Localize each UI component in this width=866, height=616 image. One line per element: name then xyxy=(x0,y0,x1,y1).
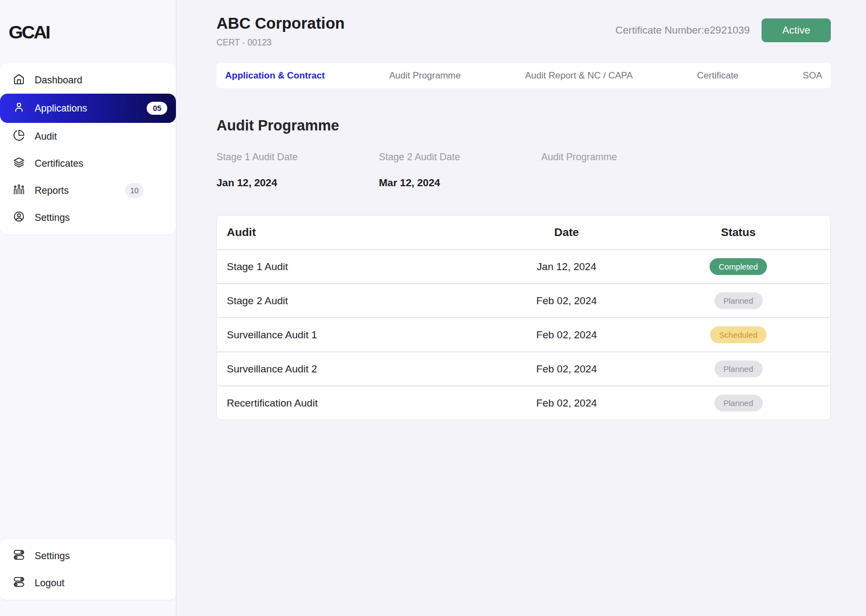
reports-count-badge: 10 xyxy=(125,183,143,198)
sidebar-item-label: Settings xyxy=(35,212,70,224)
sidebar-item-label: Applications xyxy=(35,103,87,114)
audit-table: Audit Date Status Stage 1 Audit Jan 12, … xyxy=(216,215,831,420)
field-label: Stage 1 Audit Date xyxy=(216,152,379,163)
status-badge: Planned xyxy=(714,292,763,309)
user-circle-icon xyxy=(13,211,25,225)
status-badge: Completed xyxy=(710,258,767,275)
audit-name: Recertification Audit xyxy=(217,397,487,409)
title-block: ABC Corporation CERT - 00123 xyxy=(216,14,345,48)
pie-chart-icon xyxy=(13,129,25,144)
sidebar-footer-settings[interactable]: Settings xyxy=(0,542,176,569)
tab-bar: Application & Contract Audit Programme A… xyxy=(216,63,831,88)
table-row[interactable]: Surveillance Audit 2 Feb 02, 2024 Planne… xyxy=(217,351,830,385)
field-label: Audit Programme xyxy=(541,152,704,163)
sidebar-item-label: Dashboard xyxy=(35,75,82,86)
field-stage2-audit-date: Stage 2 Audit Date Mar 12, 2024 xyxy=(379,152,541,189)
toggles-icon xyxy=(13,576,25,591)
sidebar: GCAI Dashboard Applications 05 Audit xyxy=(0,0,176,616)
audit-date: Feb 02, 2024 xyxy=(487,397,647,409)
audit-date: Feb 02, 2024 xyxy=(487,363,647,375)
status-badge: Scheduled xyxy=(710,326,767,343)
column-header-status: Status xyxy=(646,226,830,239)
sidebar-item-label: Reports xyxy=(35,185,69,196)
table-row[interactable]: Stage 1 Audit Jan 12, 2024 Completed xyxy=(217,249,830,283)
field-stage1-audit-date: Stage 1 Audit Date Jan 12, 2024 xyxy=(216,152,379,189)
sidebar-item-dashboard[interactable]: Dashboard xyxy=(0,67,176,94)
page-header: ABC Corporation CERT - 00123 Certificate… xyxy=(216,14,831,48)
user-icon xyxy=(13,101,25,116)
table-row[interactable]: Stage 2 Audit Feb 02, 2024 Planned xyxy=(217,283,830,317)
sidebar-item-label: Certificates xyxy=(35,158,83,169)
status-badge: Planned xyxy=(714,395,763,411)
toggles-icon xyxy=(13,549,25,563)
table-row[interactable]: Surveillance Audit 1 Feb 02, 2024 Schedu… xyxy=(217,317,830,351)
audit-name: Stage 2 Audit xyxy=(217,295,487,307)
certificate-number: Certificate Number:e2921039 xyxy=(615,24,750,36)
sidebar-item-settings[interactable]: Settings xyxy=(0,204,176,231)
header-right: Certificate Number:e2921039 Active xyxy=(615,18,831,42)
field-audit-programme: Audit Programme xyxy=(541,152,704,189)
field-value: Jan 12, 2024 xyxy=(216,177,379,189)
brand-logo: GCAI xyxy=(9,22,176,43)
sidebar-item-certificates[interactable]: Certificates xyxy=(0,150,176,177)
active-status-button[interactable]: Active xyxy=(762,18,831,42)
sidebar-spacer xyxy=(0,234,176,539)
audit-programme-fields: Stage 1 Audit Date Jan 12, 2024 Stage 2 … xyxy=(216,152,831,189)
people-icon xyxy=(13,184,25,198)
cert-id: CERT - 00123 xyxy=(216,38,345,48)
app-window: GCAI Dashboard Applications 05 Audit xyxy=(0,0,866,616)
field-value: Mar 12, 2024 xyxy=(379,177,541,189)
audit-date: Feb 02, 2024 xyxy=(487,295,647,307)
page-title: ABC Corporation xyxy=(216,14,345,32)
sidebar-item-reports[interactable]: Reports 10 xyxy=(0,177,176,204)
field-value xyxy=(541,177,704,189)
main-content: ABC Corporation CERT - 00123 Certificate… xyxy=(176,0,866,616)
tab-certificate[interactable]: Certificate xyxy=(697,70,739,81)
tab-audit-report-nc-capa[interactable]: Audit Report & NC / CAPA xyxy=(525,70,633,81)
section-title: Audit Programme xyxy=(216,117,831,134)
audit-name: Stage 1 Audit xyxy=(217,261,487,273)
audit-name: Surveillance Audit 2 xyxy=(217,363,487,375)
audit-date: Feb 02, 2024 xyxy=(487,329,647,341)
sidebar-footer-nav: Settings Logout xyxy=(0,539,176,600)
column-header-date: Date xyxy=(487,226,647,239)
column-header-audit: Audit xyxy=(217,226,487,239)
home-icon xyxy=(13,73,25,88)
sidebar-item-applications[interactable]: Applications 05 xyxy=(0,94,176,123)
sidebar-item-label: Logout xyxy=(35,578,64,589)
sidebar-nav: Dashboard Applications 05 Audit Cert xyxy=(0,63,176,234)
tab-audit-programme[interactable]: Audit Programme xyxy=(389,70,461,81)
sidebar-footer-logout[interactable]: Logout xyxy=(0,569,176,597)
table-row[interactable]: Recertification Audit Feb 02, 2024 Plann… xyxy=(217,385,830,420)
audit-date: Jan 12, 2024 xyxy=(487,261,647,273)
table-header: Audit Date Status xyxy=(217,215,830,249)
sidebar-item-label: Audit xyxy=(35,131,57,142)
sidebar-item-audit[interactable]: Audit xyxy=(0,123,176,150)
field-label: Stage 2 Audit Date xyxy=(379,152,541,163)
layers-icon xyxy=(13,156,25,171)
sidebar-item-label: Settings xyxy=(35,551,70,562)
tab-soa[interactable]: SOA xyxy=(803,70,822,81)
tab-application-contract[interactable]: Application & Contract xyxy=(225,70,325,81)
audit-name: Surveillance Audit 1 xyxy=(217,329,487,341)
status-badge: Planned xyxy=(714,361,763,377)
applications-count-badge: 05 xyxy=(147,102,167,115)
